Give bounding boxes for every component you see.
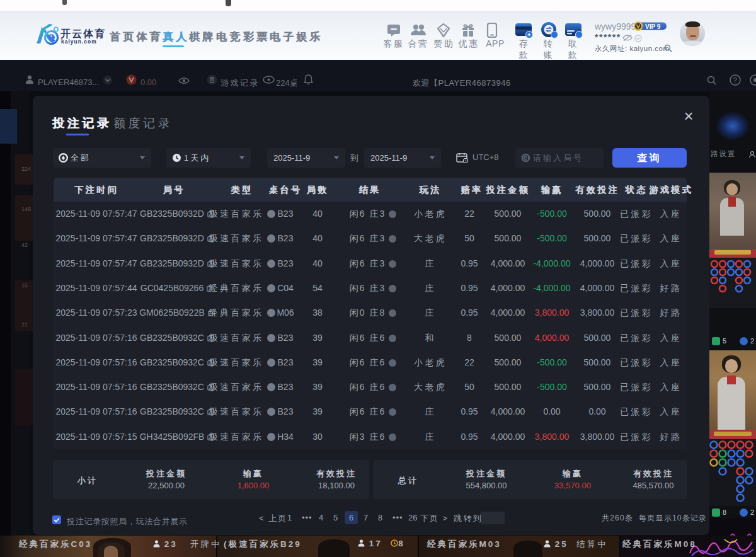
svg-text:VIP 9: VIP 9	[645, 23, 661, 30]
